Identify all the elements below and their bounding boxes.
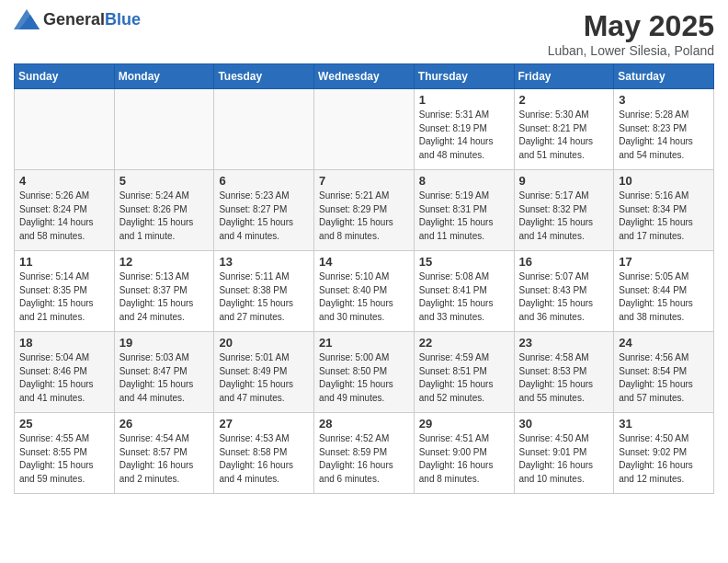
day-number: 15	[419, 255, 509, 269]
calendar-cell: 21Sunrise: 5:00 AM Sunset: 8:50 PM Dayli…	[314, 332, 415, 413]
day-number: 20	[219, 336, 309, 350]
day-info: Sunrise: 5:31 AM Sunset: 8:19 PM Dayligh…	[419, 109, 509, 162]
day-number: 6	[219, 174, 309, 188]
day-number: 30	[519, 417, 609, 431]
day-number: 7	[319, 174, 409, 188]
day-of-week-header: Sunday	[15, 64, 115, 89]
day-number: 24	[619, 336, 709, 350]
calendar-cell: 16Sunrise: 5:07 AM Sunset: 8:43 PM Dayli…	[514, 251, 614, 332]
calendar-cell: 25Sunrise: 4:55 AM Sunset: 8:55 PM Dayli…	[15, 413, 115, 494]
calendar-cell: 8Sunrise: 5:19 AM Sunset: 8:31 PM Daylig…	[414, 170, 514, 251]
day-number: 28	[319, 417, 409, 431]
day-info: Sunrise: 5:16 AM Sunset: 8:34 PM Dayligh…	[619, 190, 709, 243]
day-info: Sunrise: 5:19 AM Sunset: 8:31 PM Dayligh…	[419, 190, 509, 243]
calendar-header-row: SundayMondayTuesdayWednesdayThursdayFrid…	[15, 64, 714, 89]
day-info: Sunrise: 5:26 AM Sunset: 8:24 PM Dayligh…	[19, 190, 109, 243]
logo-text: GeneralBlue	[43, 10, 141, 29]
calendar-cell: 4Sunrise: 5:26 AM Sunset: 8:24 PM Daylig…	[15, 170, 115, 251]
calendar-cell: 11Sunrise: 5:14 AM Sunset: 8:35 PM Dayli…	[15, 251, 115, 332]
day-info: Sunrise: 4:51 AM Sunset: 9:00 PM Dayligh…	[419, 432, 509, 486]
day-number: 22	[419, 336, 509, 350]
calendar-week-row: 18Sunrise: 5:04 AM Sunset: 8:46 PM Dayli…	[15, 332, 714, 413]
day-number: 5	[119, 174, 210, 188]
day-of-week-header: Monday	[114, 64, 214, 89]
day-info: Sunrise: 5:14 AM Sunset: 8:35 PM Dayligh…	[19, 270, 109, 324]
calendar-cell: 12Sunrise: 5:13 AM Sunset: 8:37 PM Dayli…	[114, 251, 214, 332]
day-info: Sunrise: 4:50 AM Sunset: 9:02 PM Dayligh…	[619, 432, 709, 486]
day-number: 29	[419, 417, 509, 431]
day-info: Sunrise: 5:24 AM Sunset: 8:26 PM Dayligh…	[119, 190, 210, 243]
calendar-cell: 23Sunrise: 4:58 AM Sunset: 8:53 PM Dayli…	[514, 332, 614, 413]
day-info: Sunrise: 5:13 AM Sunset: 8:37 PM Dayligh…	[119, 270, 210, 324]
calendar-cell: 13Sunrise: 5:11 AM Sunset: 8:38 PM Dayli…	[214, 251, 314, 332]
day-number: 21	[319, 336, 409, 350]
day-info: Sunrise: 5:23 AM Sunset: 8:27 PM Dayligh…	[219, 190, 309, 243]
day-info: Sunrise: 5:07 AM Sunset: 8:43 PM Dayligh…	[519, 270, 609, 324]
day-number: 3	[619, 93, 709, 107]
calendar-cell: 2Sunrise: 5:30 AM Sunset: 8:21 PM Daylig…	[514, 89, 614, 170]
calendar-cell: 10Sunrise: 5:16 AM Sunset: 8:34 PM Dayli…	[614, 170, 714, 251]
calendar-cell	[314, 89, 415, 170]
day-number: 17	[619, 255, 709, 269]
calendar-cell: 5Sunrise: 5:24 AM Sunset: 8:26 PM Daylig…	[114, 170, 214, 251]
calendar-cell: 31Sunrise: 4:50 AM Sunset: 9:02 PM Dayli…	[614, 413, 714, 494]
day-of-week-header: Saturday	[614, 64, 714, 89]
calendar-cell: 22Sunrise: 4:59 AM Sunset: 8:51 PM Dayli…	[414, 332, 514, 413]
day-number: 1	[419, 93, 509, 107]
day-info: Sunrise: 4:53 AM Sunset: 8:58 PM Dayligh…	[219, 432, 309, 486]
calendar-body: 1Sunrise: 5:31 AM Sunset: 8:19 PM Daylig…	[15, 89, 714, 494]
calendar-cell: 19Sunrise: 5:03 AM Sunset: 8:47 PM Dayli…	[114, 332, 214, 413]
day-number: 23	[519, 336, 609, 350]
day-info: Sunrise: 4:59 AM Sunset: 8:51 PM Dayligh…	[419, 351, 509, 405]
day-info: Sunrise: 5:01 AM Sunset: 8:49 PM Dayligh…	[219, 351, 309, 405]
day-number: 2	[519, 93, 609, 107]
day-info: Sunrise: 5:21 AM Sunset: 8:29 PM Dayligh…	[319, 190, 409, 243]
location-title: Luban, Lower Silesia, Poland	[548, 43, 714, 58]
calendar-week-row: 1Sunrise: 5:31 AM Sunset: 8:19 PM Daylig…	[15, 89, 714, 170]
calendar-cell: 29Sunrise: 4:51 AM Sunset: 9:00 PM Dayli…	[414, 413, 514, 494]
calendar-cell: 1Sunrise: 5:31 AM Sunset: 8:19 PM Daylig…	[414, 89, 514, 170]
calendar-cell: 28Sunrise: 4:52 AM Sunset: 8:59 PM Dayli…	[314, 413, 415, 494]
day-number: 12	[119, 255, 210, 269]
day-number: 11	[19, 255, 109, 269]
day-info: Sunrise: 5:08 AM Sunset: 8:41 PM Dayligh…	[419, 270, 509, 324]
calendar-cell: 20Sunrise: 5:01 AM Sunset: 8:49 PM Dayli…	[214, 332, 314, 413]
calendar-cell	[214, 89, 314, 170]
day-number: 13	[219, 255, 309, 269]
day-number: 16	[519, 255, 609, 269]
calendar-cell: 3Sunrise: 5:28 AM Sunset: 8:23 PM Daylig…	[614, 89, 714, 170]
day-info: Sunrise: 5:11 AM Sunset: 8:38 PM Dayligh…	[219, 270, 309, 324]
logo: GeneralBlue	[14, 9, 141, 29]
day-number: 9	[519, 174, 609, 188]
calendar-cell: 14Sunrise: 5:10 AM Sunset: 8:40 PM Dayli…	[314, 251, 415, 332]
logo-blue: Blue	[105, 10, 141, 29]
calendar-cell: 27Sunrise: 4:53 AM Sunset: 8:58 PM Dayli…	[214, 413, 314, 494]
day-info: Sunrise: 5:17 AM Sunset: 8:32 PM Dayligh…	[519, 190, 609, 243]
calendar-table: SundayMondayTuesdayWednesdayThursdayFrid…	[14, 63, 714, 494]
day-of-week-header: Wednesday	[314, 64, 415, 89]
title-block: May 2025 Luban, Lower Silesia, Poland	[548, 9, 714, 58]
calendar-cell: 18Sunrise: 5:04 AM Sunset: 8:46 PM Dayli…	[15, 332, 115, 413]
page-header: GeneralBlue May 2025 Luban, Lower Silesi…	[14, 9, 714, 58]
calendar-cell	[15, 89, 115, 170]
calendar-cell: 7Sunrise: 5:21 AM Sunset: 8:29 PM Daylig…	[314, 170, 415, 251]
calendar-week-row: 11Sunrise: 5:14 AM Sunset: 8:35 PM Dayli…	[15, 251, 714, 332]
day-number: 31	[619, 417, 709, 431]
day-number: 27	[219, 417, 309, 431]
calendar-week-row: 25Sunrise: 4:55 AM Sunset: 8:55 PM Dayli…	[15, 413, 714, 494]
day-info: Sunrise: 4:52 AM Sunset: 8:59 PM Dayligh…	[319, 432, 409, 486]
day-number: 10	[619, 174, 709, 188]
day-number: 18	[19, 336, 109, 350]
day-info: Sunrise: 5:10 AM Sunset: 8:40 PM Dayligh…	[319, 270, 409, 324]
calendar-cell: 26Sunrise: 4:54 AM Sunset: 8:57 PM Dayli…	[114, 413, 214, 494]
logo-icon	[14, 9, 40, 29]
day-number: 26	[119, 417, 210, 431]
day-of-week-header: Thursday	[414, 64, 514, 89]
day-info: Sunrise: 5:28 AM Sunset: 8:23 PM Dayligh…	[619, 109, 709, 162]
calendar-cell	[114, 89, 214, 170]
day-info: Sunrise: 5:00 AM Sunset: 8:50 PM Dayligh…	[319, 351, 409, 405]
day-info: Sunrise: 5:03 AM Sunset: 8:47 PM Dayligh…	[119, 351, 210, 405]
day-number: 19	[119, 336, 210, 350]
day-info: Sunrise: 5:04 AM Sunset: 8:46 PM Dayligh…	[19, 351, 109, 405]
calendar-cell: 17Sunrise: 5:05 AM Sunset: 8:44 PM Dayli…	[614, 251, 714, 332]
